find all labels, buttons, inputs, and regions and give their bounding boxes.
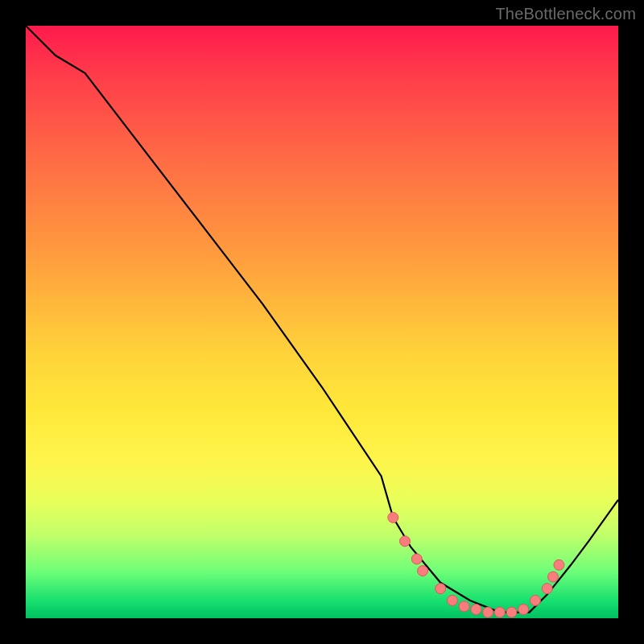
- marker-group: [388, 512, 564, 617]
- curve-marker: [542, 584, 552, 594]
- curve-marker: [459, 601, 469, 612]
- curve-marker: [388, 512, 398, 522]
- curve-marker: [530, 595, 541, 605]
- curve-marker: [506, 607, 517, 617]
- bottleneck-curve-svg: [26, 26, 618, 618]
- curve-marker: [548, 572, 559, 582]
- curve-marker: [494, 607, 505, 617]
- curve-marker: [471, 605, 481, 615]
- curve-marker: [554, 559, 564, 570]
- curve-marker: [400, 536, 411, 547]
- curve-marker: [483, 607, 493, 617]
- curve-marker: [518, 605, 529, 615]
- curve-marker: [418, 566, 428, 576]
- curve-marker: [447, 595, 457, 605]
- bottleneck-curve-path: [26, 26, 618, 613]
- watermark-text: TheBottleneck.com: [495, 5, 636, 23]
- curve-marker: [411, 554, 422, 564]
- chart-frame: TheBottleneck.com: [0, 0, 644, 644]
- curve-marker: [436, 584, 446, 594]
